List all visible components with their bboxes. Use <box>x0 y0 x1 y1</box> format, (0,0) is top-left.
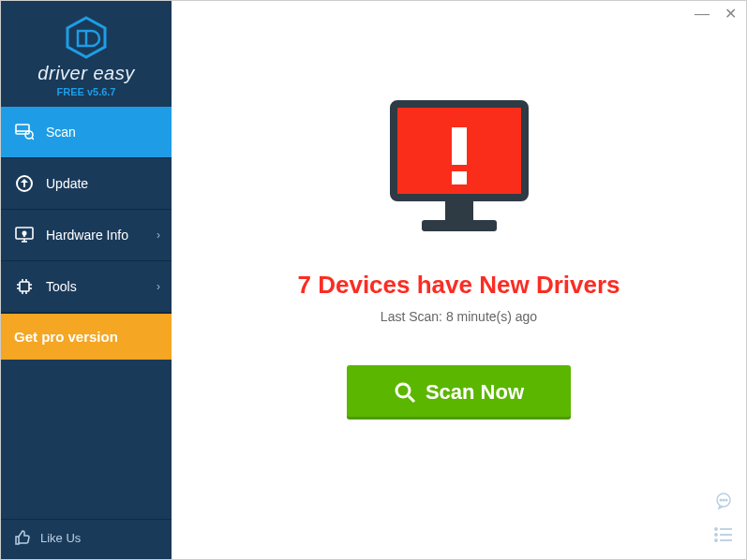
logo-area: driver easy FREE v5.6.7 <box>1 1 172 107</box>
svg-rect-34 <box>422 220 497 231</box>
close-button[interactable]: ✕ <box>725 7 737 22</box>
scan-now-label: Scan Now <box>426 380 524 405</box>
nav-item-hardware-info[interactable]: i Hardware Info › <box>1 210 172 261</box>
svg-rect-31 <box>452 127 467 165</box>
chevron-right-icon: › <box>157 228 160 242</box>
headline: 7 Devices have New Drivers <box>298 271 620 300</box>
main-content: 7 Devices have New Drivers Last Scan: 8 … <box>172 1 746 559</box>
chevron-right-icon: › <box>157 280 160 293</box>
app-window: — ✕ driver easy FREE v5.6.7 Scan <box>0 0 747 560</box>
sidebar-footer: Like Us <box>1 519 172 559</box>
app-logo-icon <box>64 16 109 59</box>
thumbs-up-icon <box>14 529 31 546</box>
alert-monitor-icon <box>375 95 544 248</box>
svg-point-21 <box>720 499 722 501</box>
svg-point-26 <box>715 534 717 536</box>
svg-point-22 <box>723 499 725 501</box>
chat-icon <box>714 492 733 510</box>
svg-point-23 <box>725 499 727 501</box>
minimize-button[interactable]: — <box>695 7 710 22</box>
nav-label: Tools <box>46 279 77 294</box>
svg-rect-11 <box>20 282 29 291</box>
menu-button[interactable] <box>714 527 733 546</box>
svg-point-35 <box>396 384 410 397</box>
scan-icon <box>14 122 35 142</box>
tools-icon <box>14 276 35 297</box>
svg-point-28 <box>715 539 717 541</box>
svg-line-36 <box>409 396 414 402</box>
feedback-button[interactable] <box>714 492 733 514</box>
scan-now-button[interactable]: Scan Now <box>347 365 571 420</box>
nav-label: Update <box>46 176 88 191</box>
nav-item-scan[interactable]: Scan <box>1 107 172 158</box>
window-controls: — ✕ <box>695 7 737 22</box>
nav-label: Scan <box>46 125 76 140</box>
nav-label: Hardware Info <box>46 228 128 243</box>
like-us-label: Like Us <box>40 531 81 545</box>
svg-line-5 <box>32 138 34 140</box>
search-icon <box>394 381 416 404</box>
last-scan-label: Last Scan: 8 minute(s) ago <box>381 309 537 324</box>
svg-point-24 <box>715 528 717 530</box>
nav-item-update[interactable]: Update <box>1 158 172 210</box>
sidebar: driver easy FREE v5.6.7 Scan U <box>1 1 172 559</box>
update-icon <box>14 173 35 194</box>
svg-rect-33 <box>445 201 473 220</box>
get-pro-button[interactable]: Get pro version <box>1 313 172 360</box>
list-icon <box>714 527 733 542</box>
get-pro-label: Get pro version <box>14 329 118 345</box>
svg-rect-32 <box>452 171 467 184</box>
nav-item-tools[interactable]: Tools › <box>1 261 172 313</box>
brand-name: driver easy <box>1 63 172 84</box>
like-us-button[interactable]: Like Us <box>14 529 81 546</box>
hardware-info-icon: i <box>14 225 35 245</box>
version-label: FREE v5.6.7 <box>1 86 172 97</box>
sidebar-spacer <box>1 360 172 519</box>
